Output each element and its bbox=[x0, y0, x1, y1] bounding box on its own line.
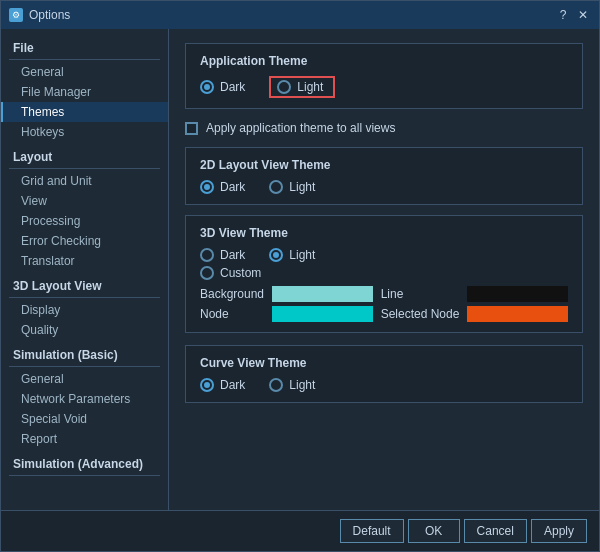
app-theme-dark-option[interactable]: Dark bbox=[200, 80, 245, 94]
sidebar-category-sim-basic: Simulation (Basic) bbox=[1, 344, 168, 364]
options-window: ⚙ Options ? ✕ File General File Manager … bbox=[0, 0, 600, 552]
view-3d-dark-option[interactable]: Dark bbox=[200, 248, 245, 262]
footer: Default OK Cancel Apply bbox=[1, 510, 599, 551]
node-label: Node bbox=[200, 307, 264, 321]
layout-2d-light-radio[interactable] bbox=[269, 180, 283, 194]
sidebar-item-translator[interactable]: Translator bbox=[1, 251, 168, 271]
sidebar-item-themes[interactable]: Themes bbox=[1, 102, 168, 122]
title-bar-controls: ? ✕ bbox=[555, 7, 591, 23]
sidebar-category-sim-advanced: Simulation (Advanced) bbox=[1, 453, 168, 473]
sidebar-item-quality[interactable]: Quality bbox=[1, 320, 168, 340]
window-icon: ⚙ bbox=[9, 8, 23, 22]
main-panel: Application Theme Dark Light Apply appli… bbox=[169, 29, 599, 510]
selected-node-swatch[interactable] bbox=[467, 306, 568, 322]
app-theme-section: Application Theme Dark Light bbox=[185, 43, 583, 109]
app-theme-light-highlighted[interactable]: Light bbox=[269, 76, 335, 98]
ok-button[interactable]: OK bbox=[408, 519, 460, 543]
layout-2d-light-label: Light bbox=[289, 180, 315, 194]
view-3d-color-grid: Background Line Node Selected Node bbox=[200, 286, 568, 322]
view-3d-light-label: Light bbox=[289, 248, 315, 262]
apply-theme-label: Apply application theme to all views bbox=[206, 121, 395, 135]
app-theme-dark-radio[interactable] bbox=[200, 80, 214, 94]
sidebar-item-general-sim[interactable]: General bbox=[1, 369, 168, 389]
view-3d-title: 3D View Theme bbox=[200, 226, 568, 240]
line-swatch[interactable] bbox=[467, 286, 568, 302]
divider bbox=[9, 366, 160, 367]
app-theme-radio-group: Dark Light bbox=[200, 76, 568, 98]
bg-swatch[interactable] bbox=[272, 286, 373, 302]
window-title: Options bbox=[29, 8, 70, 22]
sidebar-item-hotkeys[interactable]: Hotkeys bbox=[1, 122, 168, 142]
curve-view-radio-group: Dark Light bbox=[200, 378, 568, 392]
title-bar: ⚙ Options ? ✕ bbox=[1, 1, 599, 29]
layout-2d-radio-group: Dark Light bbox=[200, 180, 568, 194]
view-3d-custom-option[interactable]: Custom bbox=[200, 266, 568, 280]
curve-view-dark-radio[interactable] bbox=[200, 378, 214, 392]
view-3d-light-option[interactable]: Light bbox=[269, 248, 315, 262]
sidebar-item-file-manager[interactable]: File Manager bbox=[1, 82, 168, 102]
layout-2d-dark-label: Dark bbox=[220, 180, 245, 194]
selected-node-label: Selected Node bbox=[381, 307, 460, 321]
curve-view-dark-option[interactable]: Dark bbox=[200, 378, 245, 392]
cancel-button[interactable]: Cancel bbox=[464, 519, 527, 543]
view-3d-custom-radio[interactable] bbox=[200, 266, 214, 280]
line-label: Line bbox=[381, 287, 460, 301]
help-button[interactable]: ? bbox=[555, 7, 571, 23]
sidebar-item-processing[interactable]: Processing bbox=[1, 211, 168, 231]
layout-2d-light-option[interactable]: Light bbox=[269, 180, 315, 194]
sidebar-item-display[interactable]: Display bbox=[1, 300, 168, 320]
bg-label: Background bbox=[200, 287, 264, 301]
sidebar-item-error-checking[interactable]: Error Checking bbox=[1, 231, 168, 251]
sidebar-item-special-void[interactable]: Special Void bbox=[1, 409, 168, 429]
layout-2d-section: 2D Layout View Theme Dark Light bbox=[185, 147, 583, 205]
app-theme-dark-label: Dark bbox=[220, 80, 245, 94]
title-bar-left: ⚙ Options bbox=[9, 8, 70, 22]
app-theme-title: Application Theme bbox=[200, 54, 568, 68]
sidebar-category-layout: Layout bbox=[1, 146, 168, 166]
layout-2d-dark-option[interactable]: Dark bbox=[200, 180, 245, 194]
default-button[interactable]: Default bbox=[340, 519, 404, 543]
sidebar: File General File Manager Themes Hotkeys… bbox=[1, 29, 169, 510]
sidebar-category-file: File bbox=[1, 37, 168, 57]
curve-view-section: Curve View Theme Dark Light bbox=[185, 345, 583, 403]
divider bbox=[9, 59, 160, 60]
curve-view-light-radio[interactable] bbox=[269, 378, 283, 392]
curve-view-dark-label: Dark bbox=[220, 378, 245, 392]
content-area: File General File Manager Themes Hotkeys… bbox=[1, 29, 599, 510]
view-3d-section: 3D View Theme Dark Light Custom bbox=[185, 215, 583, 333]
view-3d-dark-radio[interactable] bbox=[200, 248, 214, 262]
app-theme-light-radio[interactable] bbox=[277, 80, 291, 94]
sidebar-item-general-file[interactable]: General bbox=[1, 62, 168, 82]
layout-2d-dark-radio[interactable] bbox=[200, 180, 214, 194]
node-swatch[interactable] bbox=[272, 306, 373, 322]
close-button[interactable]: ✕ bbox=[575, 7, 591, 23]
view-3d-custom-label: Custom bbox=[220, 266, 261, 280]
sidebar-category-3d-layout: 3D Layout View bbox=[1, 275, 168, 295]
curve-view-light-option[interactable]: Light bbox=[269, 378, 315, 392]
divider bbox=[9, 297, 160, 298]
divider bbox=[9, 475, 160, 476]
apply-theme-checkbox-row: Apply application theme to all views bbox=[185, 119, 583, 137]
curve-view-light-label: Light bbox=[289, 378, 315, 392]
curve-view-title: Curve View Theme bbox=[200, 356, 568, 370]
divider bbox=[9, 168, 160, 169]
sidebar-item-network-params[interactable]: Network Parameters bbox=[1, 389, 168, 409]
view-3d-light-radio[interactable] bbox=[269, 248, 283, 262]
apply-button[interactable]: Apply bbox=[531, 519, 587, 543]
sidebar-item-report[interactable]: Report bbox=[1, 429, 168, 449]
view-3d-radio-group: Dark Light bbox=[200, 248, 568, 262]
layout-2d-title: 2D Layout View Theme bbox=[200, 158, 568, 172]
sidebar-item-view[interactable]: View bbox=[1, 191, 168, 211]
view-3d-dark-label: Dark bbox=[220, 248, 245, 262]
apply-theme-checkbox[interactable] bbox=[185, 122, 198, 135]
sidebar-item-grid-unit[interactable]: Grid and Unit bbox=[1, 171, 168, 191]
app-theme-light-label: Light bbox=[297, 80, 323, 94]
